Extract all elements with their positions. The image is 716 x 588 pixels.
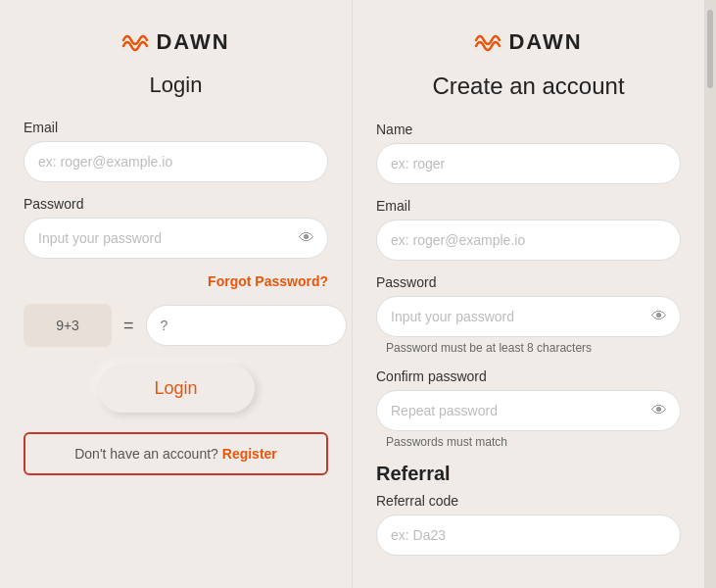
register-box: Don't have an account? Register xyxy=(24,432,328,475)
email-label: Email xyxy=(24,120,328,135)
password-eye-icon[interactable]: 👁 xyxy=(299,229,314,247)
password-input-wrapper: 👁 xyxy=(24,218,328,259)
confirm-hint: Passwords must match xyxy=(376,435,681,449)
captcha-row: 9+3 = xyxy=(24,304,328,347)
register-panel: DAWN Create an account Name Email Passwo… xyxy=(353,0,704,588)
reg-email-label: Email xyxy=(376,198,681,214)
referral-heading: Referral xyxy=(376,463,681,485)
captcha-input[interactable] xyxy=(146,305,347,346)
confirm-password-wrapper: 👁 xyxy=(376,390,681,431)
reg-email-input[interactable] xyxy=(376,220,681,261)
login-title: Login xyxy=(24,73,328,98)
register-prompt-text: Don't have an account? xyxy=(74,446,218,462)
forgot-password-link[interactable]: Forgot Password? xyxy=(208,273,328,289)
right-logo-text: DAWN xyxy=(508,29,582,55)
referral-code-label: Referral code xyxy=(376,493,681,509)
right-logo-wave-icon xyxy=(474,31,503,53)
confirm-label: Confirm password xyxy=(376,368,681,384)
left-logo: DAWN xyxy=(24,29,328,55)
email-input[interactable] xyxy=(24,141,328,182)
captcha-challenge: 9+3 xyxy=(24,304,112,347)
login-panel: DAWN Login Email Password 👁 Forgot Passw… xyxy=(0,0,353,588)
confirm-eye-icon[interactable]: 👁 xyxy=(651,402,667,419)
referral-section: Referral Referral code xyxy=(376,463,681,556)
logo-wave-icon xyxy=(121,31,151,53)
reg-password-input[interactable] xyxy=(376,296,681,337)
scrollbar[interactable] xyxy=(704,0,716,588)
left-logo-text: DAWN xyxy=(156,29,229,55)
email-group: Email xyxy=(24,120,328,182)
register-link[interactable]: Register xyxy=(222,446,277,462)
right-logo: DAWN xyxy=(376,29,681,55)
password-label: Password xyxy=(24,196,328,212)
password-hint: Password must be at least 8 characters xyxy=(376,341,681,355)
reg-password-group: Password 👁 Password must be at least 8 c… xyxy=(376,274,681,355)
password-group: Password 👁 xyxy=(24,196,328,259)
confirm-password-group: Confirm password 👁 Passwords must match xyxy=(376,368,681,449)
reg-password-wrapper: 👁 xyxy=(376,296,681,337)
captcha-equals: = xyxy=(123,316,134,336)
confirm-password-input[interactable] xyxy=(376,390,681,431)
reg-password-label: Password xyxy=(376,274,681,290)
scrollbar-thumb[interactable] xyxy=(707,10,713,88)
forgot-password-container: Forgot Password? xyxy=(24,272,328,290)
password-input[interactable] xyxy=(24,218,328,259)
reg-password-eye-icon[interactable]: 👁 xyxy=(651,308,667,325)
register-title: Create an account xyxy=(376,73,681,100)
login-button[interactable]: Login xyxy=(98,365,255,413)
name-group: Name xyxy=(376,122,681,184)
referral-input[interactable] xyxy=(376,514,681,556)
reg-email-group: Email xyxy=(376,198,681,261)
name-input[interactable] xyxy=(376,143,681,184)
name-label: Name xyxy=(376,122,681,137)
